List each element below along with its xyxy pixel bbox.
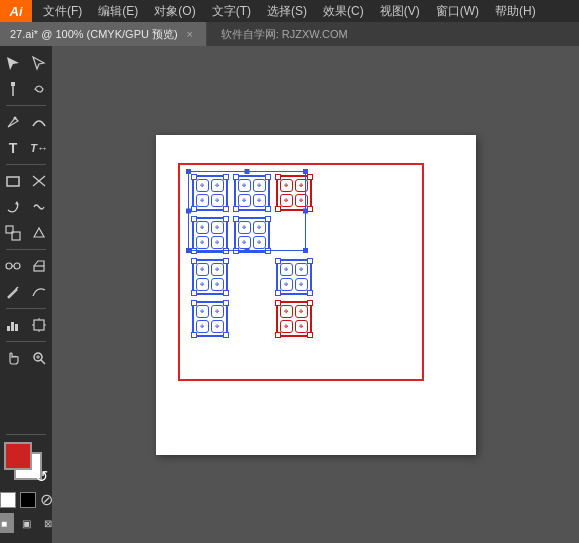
menu-view[interactable]: 视图(V)	[373, 1, 427, 22]
warp-tool[interactable]	[26, 194, 52, 220]
icon-0-0: ✤✤ ✤✤	[192, 175, 228, 211]
color-swatches[interactable]: ↺	[4, 442, 48, 486]
svg-point-2	[14, 117, 17, 120]
foreground-color-swatch[interactable]	[4, 442, 32, 470]
icon-2-2: ✤✤ ✤✤	[276, 259, 312, 295]
menu-items: 文件(F) 编辑(E) 对象(O) 文字(T) 选择(S) 效果(C) 视图(V…	[32, 0, 543, 22]
magic-wand-tool[interactable]	[0, 76, 26, 102]
tab-info: 软件自学网: RJZXW.COM	[211, 22, 358, 46]
eraser-tool[interactable]	[26, 253, 52, 279]
svg-rect-3	[7, 177, 19, 186]
menu-select[interactable]: 选择(S)	[260, 1, 314, 22]
tool-row-blend	[0, 253, 52, 279]
tool-row-pencil	[0, 279, 52, 305]
artboard-tool[interactable]	[26, 312, 52, 338]
icon-1-0: ✤✤ ✤✤	[192, 217, 228, 253]
menu-effect[interactable]: 效果(C)	[316, 1, 371, 22]
menu-file[interactable]: 文件(F)	[36, 1, 89, 22]
svg-rect-17	[34, 320, 44, 330]
scissors-tool[interactable]	[26, 168, 52, 194]
reset-colors-icon[interactable]: ↺	[35, 467, 48, 486]
icon-3-0: ✤✤ ✤✤	[192, 301, 228, 337]
graph-tool[interactable]	[0, 312, 26, 338]
icon-3-2: ✤✤ ✤✤	[276, 301, 312, 337]
tool-row-2	[0, 76, 52, 102]
touch-type-tool[interactable]: T↔	[26, 135, 52, 161]
gradient-color-button[interactable]: ▣	[16, 513, 36, 533]
svg-rect-16	[15, 324, 18, 331]
svg-line-23	[41, 360, 45, 364]
svg-rect-14	[7, 326, 10, 331]
artboard: ✤✤ ✤✤ ✤✤ ✤✤	[156, 135, 476, 455]
tab-document[interactable]: 27.ai* @ 100% (CMYK/GPU 预览) ×	[0, 22, 207, 46]
stroke-swatch[interactable]	[0, 492, 16, 508]
svg-rect-0	[11, 82, 15, 86]
separator-1	[6, 105, 46, 106]
pen-tool[interactable]	[0, 109, 26, 135]
hand-tool[interactable]	[0, 345, 26, 371]
tool-row-1	[0, 50, 52, 76]
tool-row-type: T T↔	[0, 135, 52, 161]
rotate-tool[interactable]	[0, 194, 26, 220]
svg-marker-6	[15, 201, 19, 205]
svg-point-9	[6, 263, 12, 269]
tool-row-graph	[0, 312, 52, 338]
zoom-tool[interactable]	[26, 345, 52, 371]
icon-0-1: ✤✤ ✤✤	[234, 175, 270, 211]
curvature-tool[interactable]	[26, 109, 52, 135]
selection-tool[interactable]	[0, 50, 26, 76]
icon-2-0: ✤✤ ✤✤	[192, 259, 228, 295]
pencil-tool[interactable]	[0, 279, 26, 305]
icon-1-1: ✤✤ ✤✤	[234, 217, 270, 253]
color-section: ↺ ⊘ ■ ▣ ⊠	[0, 431, 58, 539]
menu-edit[interactable]: 编辑(E)	[91, 1, 145, 22]
fill-swatch[interactable]	[20, 492, 36, 508]
reshape-tool[interactable]	[26, 220, 52, 246]
main-layout: T T↔	[0, 46, 579, 543]
menu-bar: Ai 文件(F) 编辑(E) 对象(O) 文字(T) 选择(S) 效果(C) 视…	[0, 0, 579, 22]
svg-point-10	[14, 263, 20, 269]
stroke-fill-row: ⊘	[0, 490, 53, 509]
separator-3	[6, 249, 46, 250]
separator-6	[6, 434, 46, 435]
menu-help[interactable]: 帮助(H)	[488, 1, 543, 22]
solid-color-button[interactable]: ■	[0, 513, 14, 533]
icon-0-2: ✤✤ ✤✤	[276, 175, 312, 211]
color-mode-row: ■ ▣ ⊠	[0, 513, 58, 533]
lasso-tool[interactable]	[26, 76, 52, 102]
tool-row-nav	[0, 345, 52, 371]
canvas-area[interactable]: ✤✤ ✤✤ ✤✤ ✤✤	[52, 46, 579, 543]
tool-row-pen	[0, 109, 52, 135]
separator-4	[6, 308, 46, 309]
tool-row-rotate	[0, 194, 52, 220]
separator-2	[6, 164, 46, 165]
blend-tool[interactable]	[0, 253, 26, 279]
tab-bar: 27.ai* @ 100% (CMYK/GPU 预览) × 软件自学网: RJZ…	[0, 22, 579, 46]
svg-line-13	[16, 287, 18, 289]
smooth-tool[interactable]	[26, 279, 52, 305]
toolbar: T T↔	[0, 46, 52, 543]
svg-rect-12	[34, 266, 44, 271]
separator-5	[6, 341, 46, 342]
svg-rect-15	[11, 322, 14, 331]
menu-window[interactable]: 窗口(W)	[429, 1, 486, 22]
tab-close-button[interactable]: ×	[184, 28, 196, 40]
menu-object[interactable]: 对象(O)	[147, 1, 202, 22]
scale-tool[interactable]	[0, 220, 26, 246]
app-logo: Ai	[0, 0, 32, 22]
tab-label: 27.ai* @ 100% (CMYK/GPU 预览)	[10, 27, 178, 42]
rectangle-tool[interactable]	[0, 168, 26, 194]
no-fill-icon[interactable]: ⊘	[40, 490, 53, 509]
type-tool[interactable]: T	[0, 135, 26, 161]
direct-selection-tool[interactable]	[26, 50, 52, 76]
menu-text[interactable]: 文字(T)	[205, 1, 258, 22]
tool-row-shape	[0, 168, 52, 194]
tool-row-scale	[0, 220, 52, 246]
